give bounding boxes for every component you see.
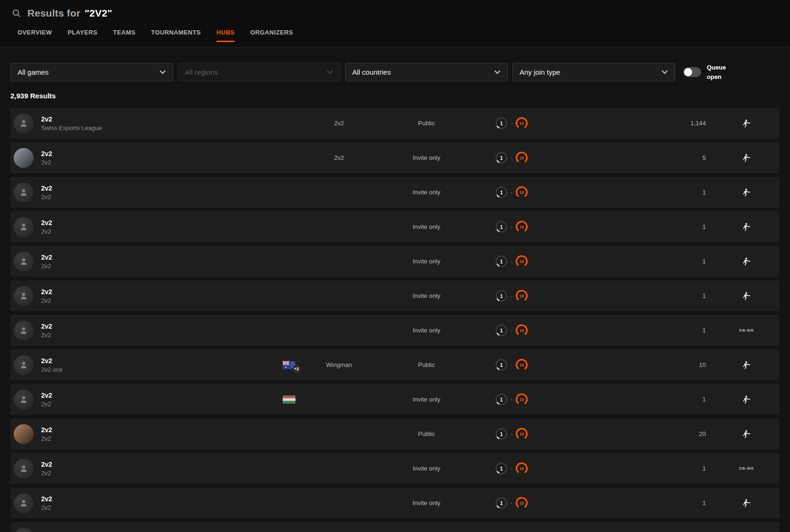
hub-name-cell: 2v2 2v2 (41, 253, 272, 270)
hub-organizer: 2v2 (41, 159, 272, 166)
tab-tournaments[interactable]: TOURNAMENTS (151, 29, 201, 42)
avatar (14, 390, 34, 410)
skill-level-min-badge: 1 (495, 393, 508, 406)
hub-result-row[interactable]: 2v2 2v2 Invite only 1 - 10 1 (10, 488, 780, 518)
games-filter-select[interactable]: All games (10, 63, 173, 81)
join-type: Public (372, 430, 481, 437)
hub-name-cell: 2v2 2v2 (41, 495, 272, 511)
cs2-character-icon (741, 186, 752, 199)
tab-organizers[interactable]: ORGANIZERS (250, 29, 293, 42)
hub-name-cell: 2v2 2v2 (41, 219, 272, 235)
avatar-cell (14, 459, 41, 479)
skill-level-min-badge: 1 (495, 151, 508, 164)
hub-result-row[interactable]: 2v2 2v2 Invite only 1 - 10 1 (10, 211, 780, 242)
tab-teams[interactable]: TEAMS (113, 29, 136, 42)
country-flag-cell: +2 (272, 361, 306, 369)
skill-range-separator: - (511, 189, 512, 196)
avatar-cell (14, 528, 41, 532)
hub-name: 2v2 (41, 426, 272, 434)
cs2-character-icon (741, 428, 752, 440)
csgo-logo: CS:GO (739, 328, 754, 332)
hub-result-row[interactable]: 2v2 2v2 Invite only 1 - 10 1 CS:GO (10, 315, 780, 346)
skill-level-min-badge: 1 (495, 186, 508, 199)
member-count: 5 (542, 154, 713, 161)
hub-result-row[interactable]: 2v2 2v2 oce (10, 349, 780, 380)
queue-open-toggle[interactable] (683, 67, 701, 77)
avatar (14, 493, 34, 513)
join-type: Invite only (372, 154, 481, 161)
member-count: 1 (542, 465, 713, 472)
avatar (14, 286, 34, 306)
person-icon (18, 463, 29, 474)
hub-organizer: 2v2 (41, 435, 272, 442)
skill-range: 1 - 10 (481, 358, 542, 371)
person-icon (18, 394, 29, 405)
hub-result-row[interactable]: 2v2 2v2 Invite only 1 - 10 1 CS:GO (10, 453, 780, 484)
tab-overview[interactable]: OVERVIEW (17, 29, 52, 42)
join-type: Invite only (372, 189, 481, 196)
svg-text:1: 1 (500, 397, 503, 402)
skill-level-max-badge: 10 (515, 151, 528, 164)
hub-result-row[interactable]: 2v2 2v2 Invite only 1 - 10 1 (10, 246, 780, 277)
cs2-character-icon (741, 221, 752, 233)
game-icon-cell (713, 255, 780, 268)
hub-result-row[interactable]: 2v2 (10, 522, 780, 532)
cs2-character-icon (741, 117, 752, 130)
cs2-character-icon (741, 497, 752, 509)
cs2-character-icon (741, 152, 752, 164)
skill-range-separator: - (511, 362, 512, 368)
person-icon (18, 498, 29, 508)
search-icon (12, 9, 21, 18)
skill-range: 1 - 10 (481, 427, 542, 440)
queue-open-label: Queue open (707, 63, 729, 81)
hub-result-row[interactable]: 2v2 2v2 Invite only 1 - 10 1 (10, 280, 780, 311)
svg-text:10: 10 (520, 466, 524, 471)
person-icon (18, 187, 29, 198)
results-tab-bar: OVERVIEW PLAYERS TEAMS TOURNAMENTS HUBS … (17, 29, 790, 42)
skill-range-separator: - (511, 431, 512, 437)
svg-text:10: 10 (520, 432, 524, 436)
skill-level-min-badge: 1 (495, 255, 508, 268)
person-icon (18, 291, 29, 301)
skill-range-separator: - (511, 465, 512, 472)
flag-australia-icon: +2 (283, 361, 295, 369)
hub-result-row[interactable]: 2v2 2v2 Invite only 1 - 10 1 (10, 177, 780, 208)
svg-text:10: 10 (520, 190, 524, 195)
cs2-character-icon (741, 359, 752, 371)
countries-filter-select[interactable]: All countries (345, 63, 508, 81)
join-type: Public (372, 361, 481, 368)
avatar-cell (14, 286, 41, 306)
svg-text:1: 1 (500, 121, 503, 126)
tab-players[interactable]: PLAYERS (68, 29, 97, 42)
hub-result-row[interactable]: 2v2 Swiss Esports League 2v2 Public 1 - … (10, 108, 780, 139)
skill-range-separator: - (511, 258, 512, 265)
hub-result-row[interactable]: 2v2 2v2 Public 1 - 10 20 (10, 419, 780, 449)
regions-filter-select[interactable]: All regions (178, 63, 340, 81)
skill-level-min-badge: 1 (495, 324, 508, 337)
skill-level-max-badge: 10 (515, 324, 528, 337)
hub-name-cell: 2v2 2v2 (41, 150, 272, 166)
tab-hubs[interactable]: HUBS (217, 29, 234, 42)
join-type: Invite only (372, 499, 481, 506)
avatar (14, 459, 34, 479)
game-icon-cell (713, 290, 780, 302)
member-count: 1 (542, 499, 713, 506)
person-icon (18, 256, 29, 267)
avatar (14, 183, 34, 202)
hub-name: 2v2 (41, 253, 272, 261)
avatar-cell (14, 252, 41, 271)
svg-text:1: 1 (500, 190, 503, 195)
join-type-filter-select[interactable]: Any join type (512, 63, 675, 81)
hub-name-cell: 2v2 2v2 (41, 323, 272, 339)
hub-name: 2v2 (41, 392, 272, 399)
member-count: 1 (542, 292, 713, 299)
skill-level-max-badge: 10 (515, 255, 528, 268)
skill-level-min-badge: 1 (495, 462, 508, 475)
hub-organizer: 2v2 (41, 193, 272, 201)
member-count: 1 (542, 327, 713, 334)
skill-level-max-badge: 10 (515, 462, 528, 475)
hub-result-row[interactable]: 2v2 2v2 2v2 Invite only 1 - 10 5 (10, 142, 780, 173)
hub-result-row[interactable]: 2v2 2v2 Invite only 1 - (10, 384, 780, 415)
join-type: Invite only (372, 223, 481, 230)
csgo-logo: CS:GO (739, 466, 754, 471)
